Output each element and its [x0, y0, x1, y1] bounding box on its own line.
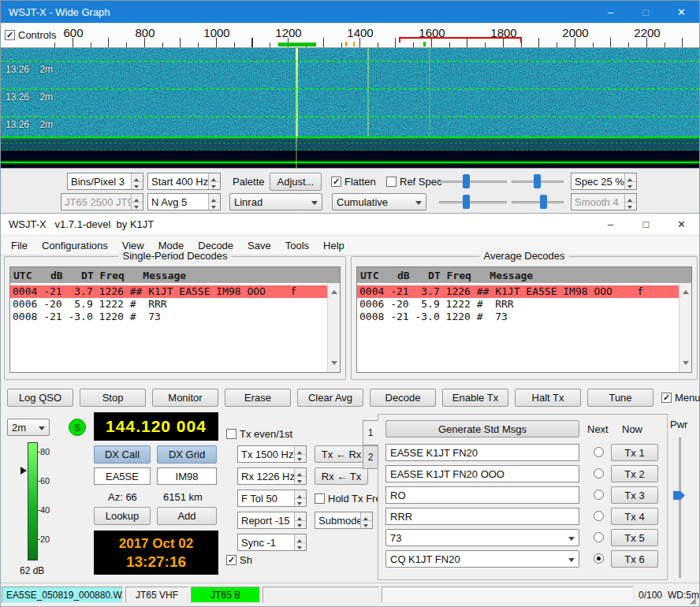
tx3-now-button[interactable]: Tx 3 — [611, 486, 658, 504]
maximize-icon[interactable]: □ — [628, 1, 664, 23]
decode-row[interactable]: 0006 -20 5.9 1222 # RRR — [10, 298, 327, 311]
log-qso-button[interactable]: Log QSO — [7, 389, 73, 407]
menu-file[interactable]: File — [4, 236, 35, 255]
spin-up-icon[interactable] — [132, 173, 143, 182]
slider-handle[interactable] — [540, 195, 547, 209]
pwr-slider[interactable] — [672, 438, 687, 578]
tx3-message-field[interactable]: RO — [385, 486, 579, 504]
tx5-now-button[interactable]: Tx 5 — [611, 529, 658, 546]
spectrum-gain-slider[interactable] — [439, 194, 507, 210]
slider-handle[interactable] — [673, 491, 685, 500]
decode-row[interactable]: 0008 -21 -3.0 1220 # 73 — [357, 311, 679, 323]
spin-up-icon[interactable] — [295, 534, 306, 543]
spin-down-icon[interactable] — [295, 499, 306, 507]
menu-tools[interactable]: Tools — [278, 236, 316, 255]
tx3-next-radio[interactable] — [594, 490, 604, 500]
decode-row[interactable]: 0004 -21 3.7 1226 ## K1JT EA5SE IM98 OOO… — [357, 285, 679, 298]
hold-tx-freq-checkbox[interactable] — [315, 493, 325, 504]
tx6-message-combo[interactable]: CQ K1JT FN20 — [385, 550, 579, 568]
main-titlebar[interactable]: WSJT-X v1.7.1-devel by K1JT – □ ✕ — [1, 214, 699, 236]
spin-down-icon[interactable] — [625, 182, 636, 190]
scrollbar[interactable] — [327, 283, 340, 372]
close-icon[interactable]: ✕ — [664, 214, 699, 235]
tune-button[interactable]: Tune — [587, 389, 653, 407]
palette-select[interactable]: Linrad — [229, 193, 322, 210]
menu-help[interactable]: Help — [316, 236, 352, 255]
spin-up-icon[interactable] — [209, 194, 220, 203]
band-select[interactable]: 2m — [7, 419, 50, 436]
tx1-now-button[interactable]: Tx 1 — [611, 444, 658, 461]
adjust-button[interactable]: Adjust... — [270, 173, 322, 191]
tx-even-toggle[interactable]: Tx even/1st — [226, 428, 292, 440]
controls-checkbox[interactable]: ✓ — [5, 30, 15, 40]
tx6-next-radio[interactable] — [594, 553, 604, 564]
spin-down-icon[interactable] — [209, 182, 220, 190]
report-spinner[interactable]: Report -15 — [237, 512, 307, 529]
spin-down-icon[interactable] — [295, 477, 306, 485]
chevron-down-icon[interactable] — [565, 530, 579, 546]
rx-freq-spinner[interactable]: Rx 1226 Hz — [237, 467, 307, 485]
bins-pixel-spinner[interactable]: Bins/Pixel 3 — [67, 173, 143, 190]
rx-freq-marker[interactable] — [278, 43, 316, 47]
decode-row[interactable]: 0004 -21 3.7 1226 ## K1JT EA5SE IM98 OOO… — [10, 285, 327, 298]
tx-freq-spinner[interactable]: Tx 1500 Hz — [237, 445, 307, 463]
chevron-down-icon[interactable] — [412, 194, 426, 210]
spec-percent-spinner[interactable]: Spec 25 % — [571, 173, 637, 190]
tab-1[interactable]: 1 — [363, 420, 378, 445]
submode-spinner[interactable]: Submode B — [315, 512, 373, 529]
decode-button[interactable]: Decode — [370, 389, 436, 407]
tx4-message-field[interactable]: RRR — [385, 508, 579, 525]
waterfall-display[interactable]: 13:26 2m 13:26 2m 13:26 2m — [1, 48, 699, 136]
spin-up-icon[interactable] — [625, 173, 636, 182]
tx2-now-button[interactable]: Tx 2 — [611, 465, 658, 482]
halt-tx-button[interactable]: Halt Tx — [515, 389, 581, 407]
f-tol-spinner[interactable]: F Tol 50 — [237, 490, 307, 507]
slider-track[interactable] — [439, 181, 507, 183]
tx5-next-radio[interactable] — [594, 532, 604, 542]
dx-grid-field[interactable]: IM98 — [157, 467, 217, 485]
flatten-toggle[interactable]: ✓ Flatten — [331, 176, 376, 188]
controls-toggle[interactable]: ✓ Controls — [1, 23, 54, 47]
lookup-button[interactable]: Lookup — [94, 507, 151, 525]
spin-up-icon[interactable] — [209, 173, 220, 182]
tab-2[interactable]: 2 — [363, 445, 378, 469]
enable-tx-button[interactable]: Enable Tx — [442, 389, 508, 407]
spin-down-icon[interactable] — [295, 521, 306, 529]
dx-call-field[interactable]: EA5SE — [94, 467, 151, 485]
add-button[interactable]: Add — [157, 507, 217, 525]
wide-graph-titlebar[interactable]: WSJT-X - Wide Graph – □ ✕ — [1, 1, 699, 23]
monitor-button[interactable]: Monitor — [152, 389, 218, 407]
spin-down-icon[interactable] — [209, 203, 220, 210]
spin-up-icon[interactable] — [295, 512, 306, 521]
waterfall-gain-slider[interactable] — [439, 173, 507, 189]
rx-from-tx-button[interactable]: Rx ← Tx — [315, 467, 368, 485]
stop-button[interactable]: Stop — [80, 389, 146, 407]
clear-avg-button[interactable]: Clear Avg — [297, 389, 363, 407]
ref-spec-toggle[interactable]: Ref Spec — [386, 176, 441, 188]
slider-track[interactable] — [679, 438, 681, 578]
menu-configurations[interactable]: Configurations — [35, 236, 115, 255]
menu-save[interactable]: Save — [240, 236, 278, 255]
tx-from-rx-button[interactable]: Tx ← Rx — [315, 445, 368, 463]
menus-toggle[interactable]: ✓ Menus — [661, 392, 700, 404]
tx-even-checkbox[interactable] — [226, 429, 236, 439]
minimize-icon[interactable]: – — [593, 1, 628, 23]
spin-down-icon[interactable] — [132, 182, 143, 190]
flatten-checkbox[interactable]: ✓ — [331, 177, 341, 187]
ref-spec-checkbox[interactable] — [386, 177, 397, 187]
minimize-icon[interactable]: – — [593, 214, 628, 235]
waterfall-zero-slider[interactable] — [512, 173, 564, 189]
spin-up-icon[interactable] — [295, 446, 306, 455]
start-freq-spinner[interactable]: Start 400 Hz — [147, 173, 221, 190]
spin-down-icon[interactable] — [361, 521, 372, 529]
menus-checkbox[interactable]: ✓ — [661, 393, 672, 403]
erase-button[interactable]: Erase — [225, 389, 291, 407]
tx1-message-field[interactable]: EA5SE K1JT FN20 — [385, 444, 579, 461]
chevron-down-icon[interactable] — [35, 419, 49, 435]
spin-up-icon[interactable] — [361, 512, 372, 521]
spectrum-zero-slider[interactable] — [512, 194, 564, 210]
slider-handle[interactable] — [463, 174, 470, 188]
sh-checkbox[interactable]: ✓ — [226, 555, 236, 565]
chevron-down-icon[interactable] — [308, 194, 322, 210]
sync-spinner[interactable]: Sync -1 — [237, 534, 307, 551]
